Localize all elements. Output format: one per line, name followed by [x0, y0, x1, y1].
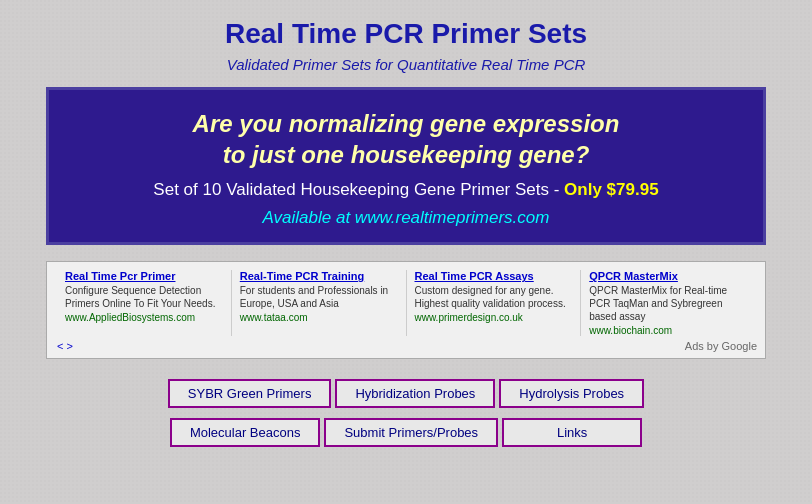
ad-url-4: www.biochain.com	[589, 325, 747, 336]
links-button[interactable]: Links	[502, 418, 642, 447]
ad-title-3[interactable]: Real Time PCR Assays	[415, 270, 573, 282]
ad-body-3: Custom designed for any gene. Highest qu…	[415, 284, 573, 310]
banner: Are you normalizing gene expression to j…	[46, 87, 766, 245]
ads-grid: Real Time Pcr Primer Configure Sequence …	[57, 270, 755, 336]
ad-item-3: Real Time PCR Assays Custom designed for…	[407, 270, 582, 336]
page-subtitle: Validated Primer Sets for Quantitative R…	[20, 56, 792, 73]
ad-item-4: QPCR MasterMix QPCR MasterMix for Real-t…	[581, 270, 755, 336]
submit-primers-probes-button[interactable]: Submit Primers/Probes	[324, 418, 498, 447]
ad-body-2: For students and Professionals in Europe…	[240, 284, 398, 310]
ad-title-1[interactable]: Real Time Pcr Primer	[65, 270, 223, 282]
ad-title-2[interactable]: Real-Time PCR Training	[240, 270, 398, 282]
ads-by-google-label: Ads by Google	[685, 340, 757, 352]
hybridization-probes-button[interactable]: Hybridization Probes	[335, 379, 495, 408]
page-title: Real Time PCR Primer Sets	[20, 18, 792, 50]
ad-title-4[interactable]: QPCR MasterMix	[589, 270, 747, 282]
ad-body-1: Configure Sequence Detection Primers Onl…	[65, 284, 223, 310]
banner-subtext: Set of 10 Validated Housekeeping Gene Pr…	[79, 180, 733, 200]
ad-url-2: www.tataa.com	[240, 312, 398, 323]
banner-price: Only $79.95	[564, 180, 659, 199]
ad-url-1: www.AppliedBiosystems.com	[65, 312, 223, 323]
ad-url-3: www.primerdesign.co.uk	[415, 312, 573, 323]
nav-row-2: Molecular Beacons Submit Primers/Probes …	[20, 418, 792, 447]
banner-headline: Are you normalizing gene expression to j…	[79, 108, 733, 170]
nav-buttons-section: SYBR Green Primers Hybridization Probes …	[20, 379, 792, 447]
ad-body-4: QPCR MasterMix for Real-time PCR TaqMan …	[589, 284, 747, 323]
nav-row-1: SYBR Green Primers Hybridization Probes …	[20, 379, 792, 408]
ad-item-2: Real-Time PCR Training For students and …	[232, 270, 407, 336]
hydrolysis-probes-button[interactable]: Hydrolysis Probes	[499, 379, 644, 408]
ads-container: Real Time Pcr Primer Configure Sequence …	[46, 261, 766, 359]
banner-url: Available at www.realtimeprimers.com	[79, 208, 733, 228]
ad-item-1: Real Time Pcr Primer Configure Sequence …	[57, 270, 232, 336]
ads-nav: < >	[57, 340, 755, 352]
sybr-green-primers-button[interactable]: SYBR Green Primers	[168, 379, 332, 408]
molecular-beacons-button[interactable]: Molecular Beacons	[170, 418, 321, 447]
